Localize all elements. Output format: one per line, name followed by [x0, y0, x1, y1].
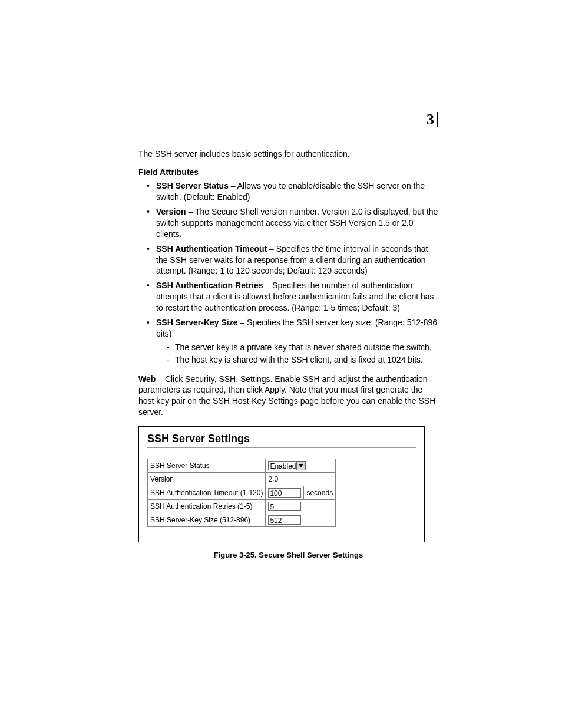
sub-list: The server key is a private key that is …: [167, 342, 438, 365]
web-desc: – Click Security, SSH, Settings. Enable …: [138, 374, 435, 417]
figure-caption: Figure 3-25. Secure Shell Server Setting…: [138, 551, 438, 559]
settings-table: SSH Server Status Enabled Version 2.0 SS…: [147, 459, 336, 527]
list-item: SSH Authentication Retries – Specifies t…: [147, 280, 438, 314]
label-cell: SSH Server Status: [148, 459, 266, 473]
field-name: Version: [156, 207, 186, 216]
web-note: Web – Click Security, SSH, Settings. Ena…: [138, 374, 438, 419]
field-desc: – The Secure Shell version number. Versi…: [156, 207, 438, 239]
table-row: SSH Server-Key Size (512-896) 512: [148, 513, 336, 527]
intro-text: The SSH server includes basic settings f…: [138, 149, 438, 159]
value-cell: 100: [266, 486, 304, 500]
list-item: SSH Server Status – Allows you to enable…: [147, 180, 438, 203]
list-item: SSH Authentication Timeout – Specifies t…: [147, 243, 438, 277]
field-name: SSH Server Status: [156, 181, 229, 190]
ssh-status-select[interactable]: Enabled: [268, 461, 306, 470]
sub-list-item: The server key is a private key that is …: [167, 342, 438, 353]
label-cell: Version: [148, 473, 266, 486]
document-page: 3 The SSH server includes basic settings…: [0, 0, 562, 728]
divider: [147, 447, 416, 448]
ssh-timeout-input[interactable]: 100: [268, 488, 301, 498]
unit-cell: seconds: [304, 486, 336, 500]
value-cell: 5: [266, 500, 336, 513]
label-cell: SSH Authentication Timeout (1-120): [148, 486, 266, 500]
ssh-keysize-input[interactable]: 512: [268, 515, 301, 525]
chapter-number: 3: [427, 112, 438, 127]
field-attributes-heading: Field Attributes: [138, 167, 438, 177]
sub-list-item: The host key is shared with the SSH clie…: [167, 354, 438, 365]
field-name: SSH Server-Key Size: [156, 318, 238, 327]
list-item: SSH Server-Key Size – Specifies the SSH …: [147, 317, 438, 365]
label-cell: SSH Server-Key Size (512-896): [148, 513, 266, 527]
svg-marker-0: [299, 464, 303, 467]
field-attributes-list: SSH Server Status – Allows you to enable…: [147, 180, 438, 365]
value-cell: 2.0: [266, 473, 336, 486]
chevron-down-icon: [296, 462, 305, 470]
field-name: SSH Authentication Timeout: [156, 244, 267, 253]
ssh-settings-panel: SSH Server Settings SSH Server Status En…: [138, 426, 425, 542]
field-name: SSH Authentication Retries: [156, 281, 263, 290]
ssh-retries-input[interactable]: 5: [268, 502, 301, 511]
panel-title: SSH Server Settings: [147, 433, 416, 445]
table-row: Version 2.0: [148, 473, 336, 486]
value-cell: 512: [266, 513, 336, 527]
label-cell: SSH Authentication Retries (1-5): [148, 500, 266, 513]
list-item: Version – The Secure Shell version numbe…: [147, 206, 438, 240]
select-value: Enabled: [270, 462, 296, 470]
web-label: Web: [138, 374, 156, 384]
table-row: SSH Authentication Retries (1-5) 5: [148, 500, 336, 513]
table-row: SSH Server Status Enabled: [148, 459, 336, 473]
table-row: SSH Authentication Timeout (1-120) 100 s…: [148, 486, 336, 500]
value-cell: Enabled: [266, 459, 336, 473]
